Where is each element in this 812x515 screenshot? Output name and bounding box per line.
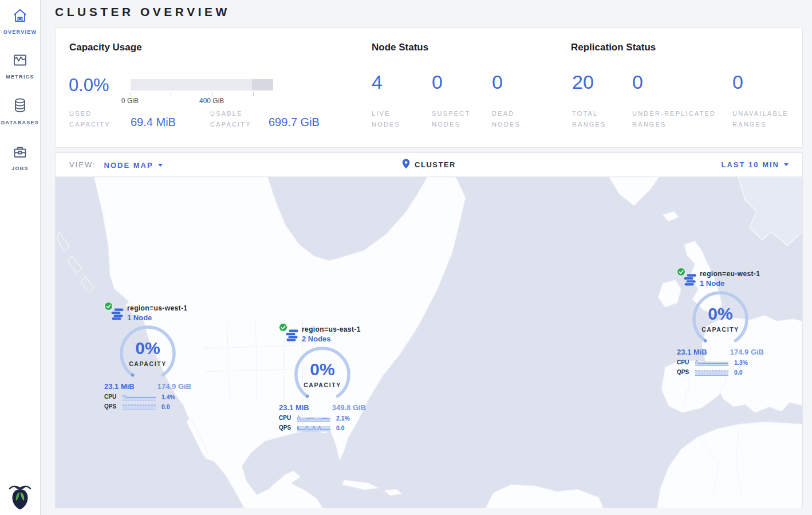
sidebar-item-databases[interactable]: DATABASES <box>0 97 40 125</box>
cpu-sparkline <box>695 359 728 366</box>
database-stack-icon <box>684 274 697 288</box>
chevron-down-icon <box>158 164 163 167</box>
view-selector-value: NODE MAP <box>104 161 153 170</box>
qps-row: QPS 0.0 <box>279 424 366 431</box>
qps-value: 0.0 <box>161 403 170 410</box>
live-nodes-label: LIVE NODES <box>372 108 417 129</box>
cockroach-logo[interactable] <box>7 483 33 510</box>
qps-label: QPS <box>279 424 297 431</box>
sidebar-item-label: METRICS <box>6 74 34 80</box>
sidebar: OVERVIEW METRICS DATABASES <box>0 0 41 515</box>
breadcrumb-label: CLUSTER <box>415 160 456 169</box>
qps-row: QPS 0.0 <box>677 368 764 376</box>
node-region-card-us-east-1[interactable]: region=us-east-1 2 Nodes 0% CAPACITY 23.… <box>279 323 366 431</box>
sidebar-item-label: OVERVIEW <box>3 29 37 35</box>
view-label: VIEW: <box>69 160 96 169</box>
used-capacity: 23.1 MiB <box>279 403 309 412</box>
cpu-row: CPU 1.4% <box>104 393 191 400</box>
capacity-gauge: 0% CAPACITY <box>116 324 179 379</box>
cpu-value: 1.4% <box>161 394 175 400</box>
region-label: region=us-east-1 <box>302 325 361 333</box>
qps-row: QPS 0.0 <box>104 403 191 410</box>
cpu-sparkline <box>297 414 330 422</box>
dead-nodes-value: 0 <box>492 71 503 93</box>
page-title: CLUSTER OVERVIEW <box>55 5 230 19</box>
qps-sparkline <box>695 368 728 376</box>
breadcrumb[interactable]: CLUSTER <box>402 159 456 171</box>
jobs-icon <box>12 144 28 162</box>
capacity-used-percent: 0.0% <box>69 75 109 96</box>
node-region-card-us-west-1[interactable]: region=us-west-1 1 Node 0% CAPACITY 23.1… <box>104 302 191 410</box>
qps-label: QPS <box>677 369 695 375</box>
total-capacity: 174.9 GiB <box>157 382 191 391</box>
suspect-nodes-label: SUSPECT NODES <box>432 108 482 129</box>
gauge-caption: CAPACITY <box>116 360 179 367</box>
capacity-tick-label: 0 GiB <box>121 97 139 105</box>
under-replicated-ranges-label: UNDER-REPLICATED RANGES <box>632 108 724 129</box>
capacity-bar <box>131 79 273 91</box>
databases-icon <box>12 97 28 116</box>
main-content: CLUSTER OVERVIEW Capacity Usage 0.0% 0 G… <box>41 0 812 515</box>
home-icon <box>12 8 28 25</box>
replication-status-title: Replication Status <box>571 42 656 53</box>
gauge-percent: 0% <box>116 339 179 358</box>
map-toolbar: VIEW: NODE MAP CLUSTER LAST 10 MIN <box>56 153 802 177</box>
unavailable-ranges-label: UNAVAILABLE RANGES <box>732 108 801 129</box>
unavailable-ranges-value: 0 <box>732 71 743 93</box>
cpu-label: CPU <box>677 359 695 365</box>
region-label: region=eu-west-1 <box>700 270 760 278</box>
cpu-label: CPU <box>104 394 123 400</box>
node-count-link[interactable]: 1 Node <box>700 279 760 288</box>
total-capacity: 174.9 GiB <box>730 348 764 356</box>
used-capacity-value: 69.4 MiB <box>131 116 176 129</box>
qps-sparkline <box>297 424 330 431</box>
gauge-caption: CAPACITY <box>689 326 752 333</box>
cpu-row: CPU 1.3% <box>677 359 764 366</box>
live-nodes-value: 4 <box>372 71 383 93</box>
usable-capacity-value: 699.7 GiB <box>269 116 320 129</box>
cpu-row: CPU 2.1% <box>279 414 366 422</box>
chevron-down-icon <box>784 163 789 166</box>
region-label: region=us-west-1 <box>127 304 187 312</box>
map-pin-icon <box>402 159 410 171</box>
gauge-percent: 0% <box>291 360 354 379</box>
dead-nodes-label: DEAD NODES <box>492 108 532 129</box>
under-replicated-ranges-value: 0 <box>632 71 643 93</box>
capacity-tick-label: 400 GiB <box>199 97 224 105</box>
sidebar-item-metrics[interactable]: METRICS <box>0 53 40 80</box>
used-capacity: 23.1 MiB <box>104 382 135 391</box>
node-count-link[interactable]: 2 Nodes <box>302 335 361 343</box>
node-count-link[interactable]: 1 Node <box>127 313 187 322</box>
cpu-sparkline <box>123 393 156 400</box>
qps-sparkline <box>123 403 156 410</box>
node-status-title: Node Status <box>372 42 428 53</box>
capacity-axis <box>131 92 273 96</box>
database-stack-icon <box>286 329 299 344</box>
sidebar-item-jobs[interactable]: JOBS <box>0 144 40 171</box>
total-capacity: 349.8 GiB <box>332 403 366 412</box>
gauge-percent: 0% <box>689 304 752 324</box>
cluster-summary-panel: Capacity Usage 0.0% 0 GiB 400 GiB USED C… <box>55 27 803 148</box>
time-range-value: LAST 10 MIN <box>722 160 779 169</box>
capacity-usage-title: Capacity Usage <box>69 42 142 53</box>
view-selector[interactable]: NODE MAP <box>104 160 163 170</box>
capacity-gauge: 0% CAPACITY <box>689 289 752 344</box>
database-stack-icon <box>111 308 124 323</box>
sidebar-item-overview[interactable]: OVERVIEW <box>0 8 40 35</box>
node-region-card-eu-west-1[interactable]: region=eu-west-1 1 Node 0% CAPACITY 23.1… <box>677 268 764 376</box>
total-ranges-label: TOTAL RANGES <box>572 108 618 129</box>
usable-capacity-label: USABLE CAPACITY <box>210 108 266 129</box>
sidebar-item-label: JOBS <box>11 166 29 171</box>
qps-value: 0.0 <box>734 369 743 376</box>
cpu-label: CPU <box>279 415 297 421</box>
used-capacity-label: USED CAPACITY <box>69 108 122 129</box>
cpu-value: 2.1% <box>336 415 350 422</box>
capacity-bar-reserved-segment <box>252 79 273 91</box>
qps-value: 0.0 <box>336 424 345 431</box>
capacity-gauge: 0% CAPACITY <box>291 345 354 400</box>
world-map: region=us-west-1 1 Node 0% CAPACITY 23.1… <box>56 177 802 508</box>
node-map-panel: VIEW: NODE MAP CLUSTER LAST 10 MIN <box>55 152 803 508</box>
time-range-selector[interactable]: LAST 10 MIN <box>722 160 789 169</box>
gauge-caption: CAPACITY <box>291 382 354 388</box>
qps-label: QPS <box>104 403 123 410</box>
